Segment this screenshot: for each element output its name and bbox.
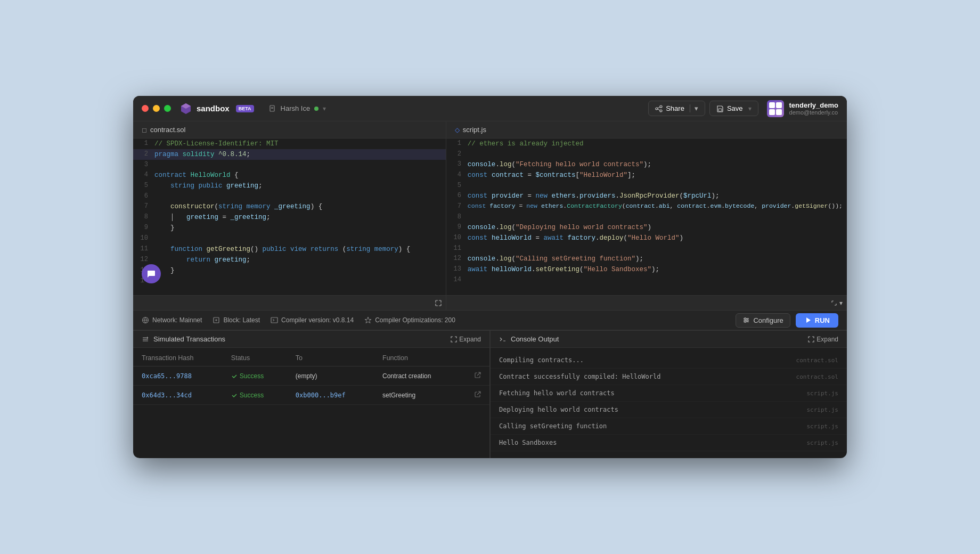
console-line-4: Calling setGreeting function script.js	[491, 418, 847, 435]
script-line-1: 1 // ethers is already injected	[446, 138, 847, 149]
code-line-12: 12 return greeting;	[133, 255, 446, 265]
share-button[interactable]: Share ▾	[648, 101, 705, 116]
script-tab[interactable]: ◇ script.js	[446, 121, 847, 138]
minimize-button[interactable]	[153, 105, 160, 112]
external-link-icon[interactable]	[475, 372, 481, 380]
code-line-6: 6	[133, 191, 446, 201]
user-info[interactable]: tenderly_demo demo@tenderly.co	[767, 100, 838, 117]
optimizations-item: Compiler Optimizations: 200	[364, 316, 455, 324]
svg-point-17	[745, 321, 746, 323]
configure-icon	[742, 316, 750, 324]
console-output-content: Compiling contracts... contract.sol Cont…	[491, 348, 847, 458]
console-expand-button[interactable]: Expand	[808, 336, 838, 343]
simulated-transactions-expand-button[interactable]: Expand	[451, 336, 481, 343]
titlebar-actions: Share ▾ Save ▾ tenderly_dem	[648, 100, 838, 117]
chevron-down-icon[interactable]: ▾	[323, 105, 326, 112]
block-label: Block: Latest	[223, 316, 260, 324]
traffic-lights	[142, 105, 171, 112]
share-label: Share	[666, 104, 684, 112]
tx-hash-1: 0xca65...9788	[133, 366, 223, 386]
user-details: tenderly_demo demo@tenderly.co	[789, 101, 838, 116]
close-button[interactable]	[142, 105, 149, 112]
script-code-editor[interactable]: 1 // ethers is already injected 2 3 cons…	[446, 138, 847, 295]
console-text-3: Deploying hello world contracts	[499, 406, 618, 413]
compiler-item: Compiler version: v0.8.14	[271, 316, 354, 324]
svg-point-15	[745, 318, 746, 320]
user-email: demo@tenderly.co	[789, 109, 838, 116]
main-window: sandbox BETA Harsh Ice ▾ S	[133, 96, 847, 458]
console-text-2: Fetching hello world contracts	[499, 389, 615, 397]
svg-point-16	[747, 320, 748, 321]
script-line-4: 4 const contract = $contracts["HelloWorl…	[446, 170, 847, 181]
contract-editor-pane: ◻ contract.sol 1 // SPDX-License-Identif…	[133, 121, 446, 310]
code-line-3: 3	[133, 160, 446, 170]
beta-badge: BETA	[236, 105, 254, 112]
code-line-14: 14	[133, 276, 446, 286]
script-line-14: 14	[446, 275, 847, 285]
code-line-1: 1 // SPDX-License-Identifier: MIT	[133, 138, 446, 149]
checkmark-icon	[231, 373, 238, 379]
script-line-10: 10 const helloWorld = await factory.depl…	[446, 233, 847, 243]
code-line-13: 13 }	[133, 265, 446, 276]
optimizations-icon	[364, 316, 372, 324]
console-output-panel: Console Output Expand Compiling contract…	[490, 331, 847, 458]
tx-link-1[interactable]	[459, 366, 489, 386]
maximize-button[interactable]	[164, 105, 171, 112]
tx-link-2[interactable]	[459, 386, 489, 405]
network-label: Network: Mainnet	[152, 316, 202, 324]
external-link-icon-2[interactable]	[475, 391, 481, 399]
simulated-transactions-header: Simulated Transactions Expand	[133, 331, 489, 348]
block-icon	[213, 316, 220, 324]
code-line-11: 11 function getGreeting() public view re…	[133, 244, 446, 255]
save-button[interactable]: Save ▾	[709, 101, 758, 116]
chat-bubble[interactable]	[142, 264, 161, 283]
script-expand-button[interactable]: ▾	[831, 299, 843, 307]
block-item: Block: Latest	[213, 316, 260, 324]
logo-area: sandbox BETA	[179, 102, 254, 115]
toolbar-right: Configure RUN	[736, 313, 838, 328]
svg-line-6	[658, 107, 660, 108]
script-line-11: 11	[446, 243, 847, 254]
console-line-0: Compiling contracts... contract.sol	[491, 352, 847, 369]
tx-to-2: 0xb000...b9ef	[287, 386, 374, 405]
configure-button[interactable]: Configure	[736, 313, 790, 328]
col-hash: Transaction Hash	[133, 352, 223, 366]
script-editor-pane: ◇ script.js 1 // ethers is already injec…	[446, 121, 847, 310]
status-success-icon-2: Success	[231, 392, 279, 399]
contract-code-editor[interactable]: 1 // SPDX-License-Identifier: MIT 2 prag…	[133, 138, 446, 295]
console-expand-label: Expand	[816, 336, 838, 343]
code-line-4: 4 contract HelloWorld {	[133, 170, 446, 181]
expand-arrows-icon	[451, 336, 457, 343]
code-line-5: 5 string public greeting;	[133, 181, 446, 191]
simulated-transactions-label: Simulated Transactions	[153, 335, 225, 343]
link-icon	[475, 372, 481, 378]
console-line-5: Hello Sandboxes script.js	[491, 435, 847, 451]
save-label: Save	[727, 104, 743, 112]
toolbar: Network: Mainnet Block: Latest Compiler …	[133, 310, 847, 330]
run-button[interactable]: RUN	[796, 313, 838, 328]
console-line-1: Contract successfully compiled: HelloWor…	[491, 369, 847, 385]
contract-tab[interactable]: ◻ contract.sol	[133, 121, 446, 138]
tx-function-2: setGreeting	[374, 386, 459, 405]
contract-expand-button[interactable]	[435, 300, 442, 306]
script-tab-label: script.js	[463, 126, 486, 134]
configure-label: Configure	[753, 316, 783, 324]
script-line-6: 6 const provider = new ethers.providers.…	[446, 191, 847, 201]
script-line-8: 8	[446, 212, 847, 222]
col-function: Function	[374, 352, 459, 366]
tx-function-1: Contract creation	[374, 366, 459, 386]
tx-to-1: (empty)	[287, 366, 374, 386]
file-icon	[269, 105, 276, 112]
checkmark-icon-2	[231, 392, 238, 398]
script-editor-bottom-bar: ▾	[446, 295, 847, 310]
titlebar: sandbox BETA Harsh Ice ▾ S	[133, 96, 847, 121]
status-success-icon: Success	[231, 372, 279, 380]
console-file-5: script.js	[806, 439, 838, 446]
sandbox-label: sandbox	[197, 104, 230, 113]
optimizations-label: Compiler Optimizations: 200	[375, 316, 455, 324]
console-expand-icon	[808, 336, 814, 343]
tx-status-1: Success	[223, 366, 287, 386]
script-line-3: 3 console.log("Fetching hello world cont…	[446, 159, 847, 170]
script-line-9: 9 console.log("Deploying hello world con…	[446, 222, 847, 233]
editor-area: ◻ contract.sol 1 // SPDX-License-Identif…	[133, 121, 847, 310]
